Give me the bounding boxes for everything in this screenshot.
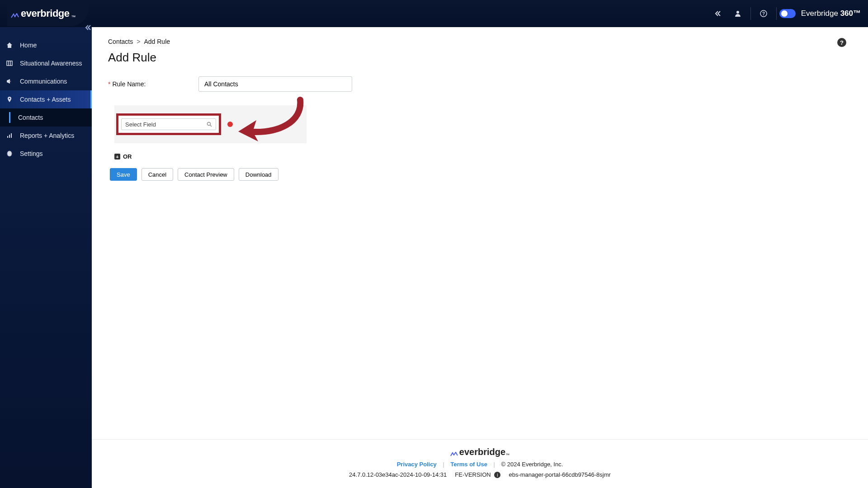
svg-point-9 xyxy=(208,122,211,126)
rule-name-input[interactable] xyxy=(198,76,352,92)
divider xyxy=(776,7,777,20)
svg-rect-7 xyxy=(11,133,12,138)
sidebar-submenu: Contacts xyxy=(0,108,92,127)
terms-of-use-link[interactable]: Terms of Use xyxy=(450,461,487,468)
sidebar-collapse-icon[interactable] xyxy=(85,24,91,31)
privacy-policy-link[interactable]: Privacy Policy xyxy=(397,461,437,468)
pin-icon xyxy=(6,96,14,103)
product-name-text: Everbridge xyxy=(801,9,838,18)
footer-brand-name: everbridge xyxy=(459,447,505,457)
or-label: OR xyxy=(123,153,132,160)
sidebar: Home Situational Awareness Communication… xyxy=(0,27,92,488)
sidebar-item-communications[interactable]: Communications xyxy=(0,72,92,90)
brand-name: everbridge xyxy=(21,8,70,19)
copyright-text: © 2024 Everbridge, Inc. xyxy=(501,461,563,468)
divider: | xyxy=(443,461,444,468)
rule-name-label-text: Rule Name: xyxy=(112,80,146,88)
brand-mark-icon xyxy=(11,13,19,19)
page-title: Add Rule xyxy=(108,51,852,65)
user-icon[interactable] xyxy=(728,4,748,23)
collapse-header-icon[interactable] xyxy=(708,4,728,23)
breadcrumb-current: Add Rule xyxy=(144,38,170,45)
rule-condition-block: Select Field xyxy=(114,105,307,143)
svg-point-0 xyxy=(736,11,739,14)
brand-mark-icon xyxy=(450,452,458,457)
top-header: everbridge ™ ? Everbridge 360™ xyxy=(0,0,868,27)
sidebar-item-situational-awareness[interactable]: Situational Awareness xyxy=(0,54,92,72)
contact-preview-button[interactable]: Contact Preview xyxy=(178,168,234,181)
brand-tm: ™ xyxy=(71,14,76,19)
sidebar-item-label: Situational Awareness xyxy=(20,60,82,67)
sidebar-item-label: Home xyxy=(20,42,37,49)
select-field-highlight: Select Field xyxy=(116,113,221,135)
sidebar-item-reports-analytics[interactable]: Reports + Analytics xyxy=(0,127,92,145)
page-help-icon[interactable]: ? xyxy=(837,38,846,47)
search-icon xyxy=(207,122,212,127)
sidebar-item-label: Contacts + Assets xyxy=(20,96,71,103)
sidebar-item-label: Settings xyxy=(20,150,43,157)
download-button[interactable]: Download xyxy=(239,168,278,181)
fe-version-label: FE-VERSION xyxy=(455,471,491,478)
page-content: ? Contacts > Add Rule Add Rule *Rule Nam… xyxy=(92,27,868,439)
sidebar-subitem-label: Contacts xyxy=(18,114,43,121)
plus-icon: + xyxy=(114,154,120,160)
help-icon[interactable]: ? xyxy=(754,4,774,23)
svg-rect-5 xyxy=(7,136,8,138)
breadcrumb-root[interactable]: Contacts xyxy=(108,38,133,45)
node-id: ebs-manager-portal-66cdb97546-8sjmr xyxy=(509,471,610,478)
breadcrumb: Contacts > Add Rule xyxy=(108,38,852,45)
svg-point-4 xyxy=(9,98,10,99)
svg-text:?: ? xyxy=(762,11,765,16)
product-suffix: 360™ xyxy=(840,9,861,18)
footer-logo: everbridge ™ xyxy=(92,447,868,457)
error-icon xyxy=(227,122,233,127)
footer-brand-tm: ™ xyxy=(505,453,509,457)
add-or-condition[interactable]: + OR xyxy=(114,153,852,160)
svg-rect-3 xyxy=(7,61,12,66)
page-footer: everbridge ™ Privacy Policy | Terms of U… xyxy=(92,439,868,488)
gear-icon xyxy=(6,150,14,157)
cancel-button[interactable]: Cancel xyxy=(142,168,173,181)
divider xyxy=(750,7,751,20)
select-field-dropdown[interactable]: Select Field xyxy=(121,118,216,130)
build-version: 24.7.0.12-03e34ac-2024-10-09-14:31 xyxy=(349,471,447,478)
chart-icon xyxy=(6,132,14,139)
info-icon[interactable]: i xyxy=(494,472,500,478)
sidebar-item-label: Communications xyxy=(20,78,67,85)
brand-logo[interactable]: everbridge ™ xyxy=(7,1,89,26)
rule-name-label: *Rule Name: xyxy=(108,80,198,88)
sidebar-item-label: Reports + Analytics xyxy=(20,132,74,139)
save-button[interactable]: Save xyxy=(110,168,137,181)
sidebar-subitem-contacts[interactable]: Contacts xyxy=(0,108,92,127)
product-name: Everbridge 360™ xyxy=(801,9,861,18)
mode-toggle[interactable] xyxy=(779,9,796,18)
sidebar-item-contacts-assets[interactable]: Contacts + Assets xyxy=(0,90,92,108)
sidebar-item-settings[interactable]: Settings xyxy=(0,145,92,163)
select-field-placeholder: Select Field xyxy=(125,121,156,128)
svg-rect-6 xyxy=(9,135,10,138)
divider: | xyxy=(494,461,495,468)
home-icon xyxy=(6,42,14,48)
megaphone-icon xyxy=(6,78,14,84)
breadcrumb-sep: > xyxy=(137,38,140,45)
map-icon xyxy=(6,60,14,66)
sidebar-item-home[interactable]: Home xyxy=(0,36,92,54)
